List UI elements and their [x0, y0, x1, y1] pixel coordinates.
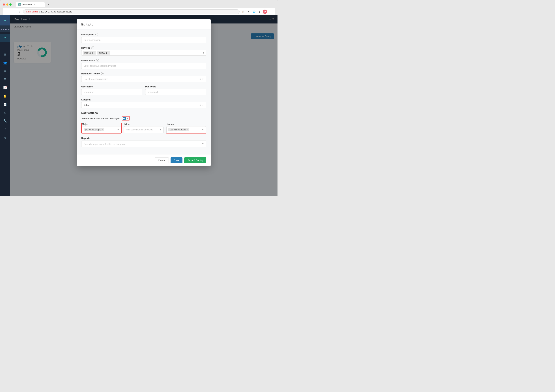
close-button[interactable]	[3, 3, 5, 6]
more-options-icon[interactable]: ⋮	[268, 10, 272, 14]
native-ports-section: Native Ports ?	[81, 59, 206, 69]
description-section: Description ?	[81, 33, 206, 43]
sidebar-item-misc[interactable]: ⊗	[0, 133, 10, 141]
retention-policy-clear[interactable]: ×	[199, 78, 201, 80]
description-input[interactable]	[81, 37, 206, 43]
save-button[interactable]: Save	[171, 157, 183, 163]
major-select[interactable]: ptp-without-topic × ▼	[82, 126, 121, 133]
modal-footer: Cancel Save Save & Deploy	[77, 154, 211, 166]
minor-label: Minor	[124, 123, 164, 125]
extensions-icon[interactable]: 📋	[241, 10, 245, 14]
modal-overlay: Edit ptp Description ?	[10, 15, 278, 196]
sidebar-item-settings[interactable]: ⚙	[0, 109, 10, 116]
tab-title: HealthBot	[22, 3, 32, 6]
username-input[interactable]	[81, 89, 142, 95]
sidebar-item-monitor[interactable]: ☐	[0, 42, 10, 50]
devices-dropdown-arrow[interactable]: ▼	[203, 52, 205, 54]
remove-mx960-3[interactable]: ×	[94, 52, 95, 54]
save-deploy-button[interactable]: Save & Deploy	[184, 157, 206, 163]
tab-close-button[interactable]: ×	[34, 3, 35, 6]
user-avatar[interactable]: O	[263, 10, 267, 14]
native-ports-help-icon[interactable]: ?	[96, 59, 99, 62]
password-input[interactable]	[145, 89, 206, 95]
reports-section: Reports Reports to generate for this dev…	[81, 137, 206, 147]
minor-select[interactable]: Notification for minor events ▼	[124, 126, 164, 133]
minor-arrow[interactable]: ▼	[159, 128, 161, 131]
account-icon[interactable]: 🌐	[252, 10, 256, 14]
toolbar-icons: 📋 ★ 🌐 ℹ O ⋮	[241, 10, 272, 14]
browser-window: 🤖 HealthBot × + ← → ↻ ⚠ Not Secure | 172…	[0, 0, 278, 196]
sidebar-item-documents[interactable]: 📄	[0, 100, 10, 108]
brand-text: HEALTHBOT	[0, 28, 12, 30]
minimize-button[interactable]	[6, 3, 8, 6]
notifications-title: Notifications	[81, 111, 206, 114]
retention-policy-label: Retention Policy ?	[81, 72, 206, 75]
normal-tag-remove[interactable]: ×	[186, 129, 188, 131]
logging-label: Logging	[81, 98, 206, 101]
major-arrow[interactable]: ▼	[117, 128, 119, 131]
browser-tab[interactable]: 🤖 HealthBot ×	[16, 2, 45, 7]
not-secure-label: Not Secure	[28, 11, 38, 13]
normal-tag-text: ptp-without-topic	[170, 128, 186, 131]
bookmark-icon[interactable]: ★	[246, 10, 251, 14]
major-tag-remove[interactable]: ×	[102, 129, 103, 131]
sidebar-item-notifications[interactable]: 🔔	[0, 92, 10, 100]
sidebar-item-list[interactable]: ≡	[0, 67, 10, 75]
minor-placeholder: Notification for minor events	[126, 128, 158, 131]
sidebar-item-reports[interactable]: ☰	[0, 75, 10, 83]
sidebar-item-groups[interactable]: ⊞	[0, 51, 10, 58]
back-button[interactable]: ←	[5, 10, 10, 14]
normal-tag: ptp-without-topic ×	[168, 128, 189, 131]
major-group: Major ptp-without-topic × ▼	[81, 123, 122, 133]
alarm-checkbox[interactable]	[123, 117, 126, 120]
sidebar-item-export[interactable]: ↗	[0, 125, 10, 133]
cancel-button[interactable]: Cancel	[155, 157, 169, 163]
sidebar-item-users[interactable]: 👥	[0, 59, 10, 67]
url-text: 172.26.138.139:8080/dashboard	[41, 10, 72, 13]
devices-help-icon[interactable]: ?	[91, 46, 94, 49]
description-help-icon[interactable]: ?	[95, 33, 98, 36]
alarm-checkbox-container: ✓	[122, 116, 130, 121]
refresh-button[interactable]: ↻	[17, 10, 22, 14]
healthbot-logo-icon: ✦	[4, 18, 7, 22]
logging-arrow[interactable]: ▼	[202, 104, 204, 106]
notifications-dropdowns: Major ptp-without-topic × ▼	[81, 123, 206, 133]
maximize-button[interactable]	[9, 3, 12, 6]
info-icon[interactable]: ℹ	[257, 10, 262, 14]
major-label: Major	[82, 123, 121, 125]
retention-policy-section: Retention Policy ? List of retention pol…	[81, 72, 206, 82]
address-bar[interactable]: ⚠ Not Secure | 172.26.138.139:8080/dashb…	[23, 9, 240, 14]
password-label: Password	[145, 85, 206, 88]
modal-body: Description ? Devices ?	[77, 29, 211, 154]
retention-policy-arrow[interactable]: ▼	[202, 78, 204, 80]
logging-clear[interactable]: ×	[199, 104, 201, 106]
normal-arrow[interactable]: ▼	[202, 128, 204, 131]
reports-arrow[interactable]: ▼	[202, 143, 204, 145]
normal-group: Normal ptp-without-topic × ▼	[166, 123, 206, 133]
logging-section: Logging debug × ▼	[81, 98, 206, 108]
devices-input[interactable]: mx960-3 × mx960-1 × ▼	[81, 50, 206, 56]
sidebar: ✦ HEALTHBOT ● ☐ ⊞ 👥 ≡ ☰ 📈 🔔 📄 ⚙ 🔧 ↗ ⊗	[0, 15, 10, 196]
native-ports-input[interactable]	[81, 63, 206, 69]
sidebar-item-tools[interactable]: 🔧	[0, 117, 10, 125]
notifications-section: Notifications Send notifications to Alar…	[81, 111, 206, 133]
sidebar-item-charts[interactable]: 📈	[0, 84, 10, 92]
logging-select[interactable]: debug × ▼	[81, 102, 206, 108]
device-tag-mx960-1: mx960-1 ×	[97, 51, 110, 55]
browser-titlebar: 🤖 HealthBot × + ← → ↻ ⚠ Not Secure | 172…	[0, 0, 278, 15]
alarm-manager-label: Send notifications to Alarm Manager?	[81, 117, 120, 120]
sidebar-item-dashboard[interactable]: ●	[0, 34, 10, 42]
password-section: Password	[145, 85, 206, 95]
new-tab-button[interactable]: +	[46, 2, 51, 7]
tab-bar: 🤖 HealthBot × +	[16, 2, 275, 7]
retention-policy-select[interactable]: List of retention policies × ▼	[81, 76, 206, 82]
forward-button[interactable]: →	[11, 10, 16, 14]
normal-label: Normal	[166, 123, 206, 125]
remove-mx960-1[interactable]: ×	[108, 52, 109, 54]
normal-select[interactable]: ptp-without-topic × ▼	[166, 126, 206, 133]
reports-placeholder: Reports to generate for this device grou…	[84, 143, 202, 145]
reports-select[interactable]: Reports to generate for this device grou…	[81, 141, 206, 147]
retention-policy-help-icon[interactable]: ?	[101, 72, 104, 75]
tab-favicon: 🤖	[18, 3, 21, 6]
username-section: Username	[81, 85, 142, 95]
